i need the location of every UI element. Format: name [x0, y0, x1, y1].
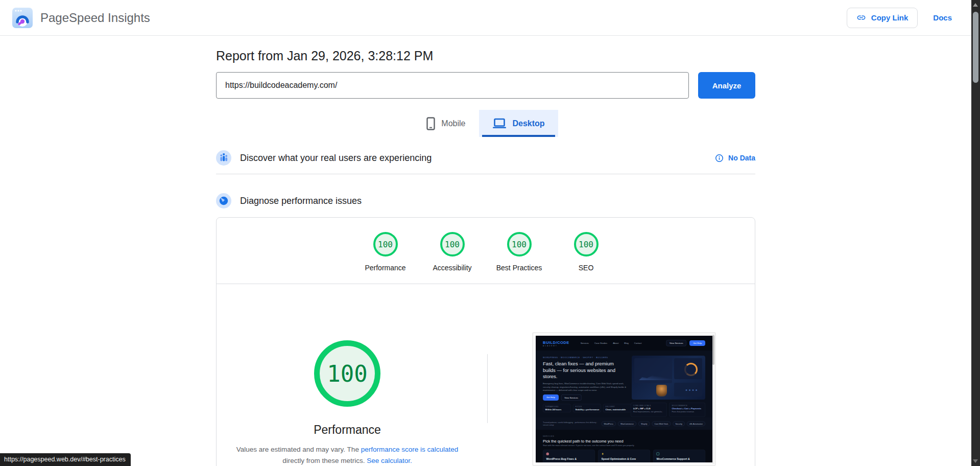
report-card: 100 Performance 100 Accessibility 100 Be… — [216, 217, 755, 466]
analyze-button[interactable]: Analyze — [698, 72, 755, 99]
site-service-card: WordPress Bug Fixes & — [543, 450, 595, 462]
gauge-performance[interactable]: 100 Performance — [352, 232, 419, 272]
page-title: PageSpeed Insights — [40, 11, 150, 25]
app-header: PageSpeed Insights Copy Link Docs — [0, 0, 971, 36]
site-stat-value: Within 24 hours — [545, 408, 569, 411]
site-card-title: WordPress Bug Fixes & — [546, 457, 592, 460]
site-feature-body: Real improvements, not gimmicks. — [633, 410, 664, 413]
brand: PageSpeed Insights — [12, 8, 150, 28]
no-data-label: No Data — [728, 154, 755, 162]
main: Report from Jan 29, 2026, 3:28:12 PM Ana… — [0, 49, 971, 466]
tab-mobile[interactable]: Mobile — [413, 110, 479, 137]
site-hero-view-services: View Services — [561, 394, 582, 401]
gauge-best-practices[interactable]: 100 Best Practices — [486, 232, 553, 272]
diagnose-icon — [216, 193, 231, 208]
site-service-card: Speed Optimization & Core — [598, 450, 650, 462]
site-logo-sub: ACADEMY — [543, 345, 569, 346]
site-nav-item: About — [613, 342, 618, 344]
gauge-accessibility-score: 100 — [440, 232, 465, 257]
site-view-services-button: View Services — [666, 340, 687, 346]
scroll-up-arrow-icon[interactable] — [973, 3, 978, 7]
pagespeed-logo-icon — [12, 8, 33, 28]
person-icon — [546, 453, 549, 456]
header-actions: Copy Link Docs — [847, 8, 952, 28]
site-section-title: Pick the quickest path to the outcome yo… — [543, 439, 705, 444]
phone-icon — [426, 117, 435, 130]
site-stat-value: Clean, maintainable — [606, 408, 629, 411]
site-trust-text: Trusted patterns: careful debugging · pe… — [543, 422, 597, 426]
score-calc-link[interactable]: performance score is calculated — [361, 446, 459, 453]
tab-desktop[interactable]: Desktop — [479, 110, 558, 137]
gauge-accessibility-label: Accessibility — [433, 264, 471, 272]
copy-link-label: Copy Link — [871, 13, 909, 22]
site-services-section: SERVICES Pick the quickest path to the o… — [536, 430, 712, 462]
performance-section: 100 Performance Values are estimated and… — [217, 284, 755, 466]
see-calculator-link[interactable]: See calculator. — [367, 457, 412, 464]
site-feature-title: Checkout + Cart + Payments — [672, 407, 703, 410]
scroll-down-arrow-icon[interactable] — [973, 459, 978, 463]
field-data-panel[interactable]: Discover what your real users are experi… — [216, 150, 755, 174]
tab-desktop-label: Desktop — [513, 119, 545, 128]
site-pill: Security — [673, 421, 685, 426]
site-pill: WooCommerce — [618, 421, 636, 426]
site-nav: Services Case Studies About Blog Contact — [581, 342, 642, 344]
browser-scrollbar[interactable] — [971, 0, 980, 466]
site-stat-value: Stability + performance — [576, 408, 599, 411]
site-card-title: WooCommerce Support & — [657, 457, 702, 460]
gauge-performance-label: Performance — [365, 264, 405, 272]
performance-big-gauge: 100 — [314, 340, 380, 407]
laptop-icon — [492, 118, 507, 129]
site-get-help-button: Get Help — [689, 340, 705, 346]
site-hero: WORDPRESS · WOOCOMMERCE · SHOPIFY · BUIL… — [536, 351, 712, 417]
site-hero-body: Emergency bug fixes, WooCommerce trouble… — [543, 382, 627, 392]
no-data-link[interactable]: No Data — [715, 154, 755, 162]
diagnose-heading: Diagnose performance issues — [240, 196, 362, 206]
tab-mobile-label: Mobile — [441, 119, 465, 128]
performance-disclaimer: Values are estimated and may vary. The p… — [227, 444, 467, 466]
copy-link-button[interactable]: Copy Link — [847, 8, 918, 28]
site-feature-cards: CORE WEB VITALS LCP + INP + CLS Real imp… — [631, 403, 705, 417]
info-icon — [715, 154, 724, 162]
site-logo: BUILD/CODE — [543, 340, 569, 344]
site-hero-get-help: Get Help — [543, 394, 559, 401]
real-users-icon — [216, 150, 231, 166]
site-feature-eyebrow: CORE WEB VITALS — [633, 405, 664, 406]
gauge-performance-score: 100 — [373, 232, 398, 257]
report-title: Report from Jan 29, 2026, 3:28:12 PM — [216, 49, 755, 63]
analyze-bar: Analyze — [216, 72, 755, 99]
gauge-accessibility[interactable]: 100 Accessibility — [419, 232, 486, 272]
site-feature-body: Fixes that protect revenue. — [672, 410, 703, 413]
link-status-tooltip: https://pagespeed.web.dev/#best-practice… — [0, 453, 131, 466]
disclaimer-text-1: Values are estimated and may vary. The — [236, 446, 361, 453]
site-nav-item: Services — [581, 342, 589, 344]
link-icon — [856, 13, 866, 22]
gauge-seo[interactable]: 100 SEO — [553, 232, 619, 272]
site-stat-label: DELIVERY — [606, 406, 629, 407]
device-tabs: Mobile Desktop — [216, 110, 755, 137]
site-header: BUILD/CODE ACADEMY Services Case Studies… — [536, 336, 712, 351]
site-pill: Core Web Vitals — [652, 421, 671, 426]
site-nav-item: Case Studies — [594, 342, 607, 344]
disclaimer-text-2: directly from these metrics. — [282, 457, 367, 464]
site-feature-eyebrow: WOOCOMMERCE — [672, 405, 703, 406]
scrollbar-thumb[interactable] — [973, 12, 978, 83]
docs-link[interactable]: Docs — [933, 13, 952, 22]
site-stat-label: TURNAROUND — [545, 406, 569, 407]
site-feature-title: LCP + INP + CLS — [633, 407, 664, 410]
site-pill: WordPress — [601, 421, 615, 426]
site-screenshot-thumbnail: BUILD/CODE ACADEMY Services Case Studies… — [533, 333, 715, 465]
site-section-sub: Start with the most relevant service. If… — [543, 445, 705, 447]
site-service-card: WooCommerce Support & — [653, 450, 705, 462]
gauge-best-practices-score: 100 — [507, 232, 532, 257]
thumbnail-scrollbar-thumb — [712, 335, 714, 365]
url-input[interactable] — [216, 72, 689, 99]
lightning-icon — [602, 453, 605, 456]
gauge-seo-score: 100 — [574, 232, 599, 257]
site-trust-band: Trusted patterns: careful debugging · pe… — [536, 417, 712, 430]
field-data-heading: Discover what your real users are experi… — [240, 153, 432, 164]
site-pill: n8n Automation — [687, 421, 705, 426]
score-gauges: 100 Performance 100 Accessibility 100 Be… — [217, 232, 755, 272]
diagnose-heading-row: Diagnose performance issues — [216, 193, 755, 208]
site-nav-item: Blog — [624, 342, 629, 344]
gauge-seo-label: SEO — [579, 264, 594, 272]
